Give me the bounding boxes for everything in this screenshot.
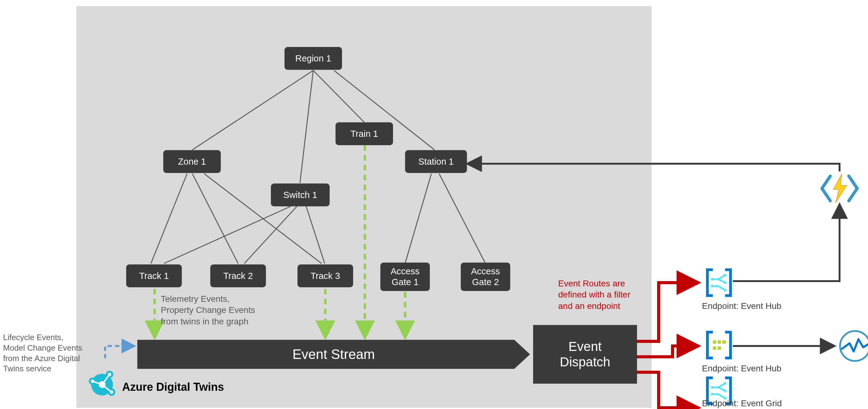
node-label: Track 3: [310, 271, 340, 281]
svg-point-35: [711, 285, 714, 287]
node-label: Track 2: [223, 271, 253, 281]
event-hub-icon-2: [702, 328, 736, 362]
svg-rect-40: [718, 340, 721, 344]
node-zone1: Zone 1: [163, 150, 221, 173]
svg-marker-28: [833, 174, 847, 203]
node-label: Track 1: [139, 271, 169, 281]
node-access-gate1: Access Gate 1: [380, 263, 430, 291]
svg-point-34: [711, 278, 714, 281]
node-label: Station 1: [418, 156, 454, 167]
svg-point-49: [711, 386, 714, 389]
svg-point-37: [723, 281, 726, 284]
event-dispatch-label: Event Dispatch: [560, 339, 610, 370]
telemetry-events-label: Telemetry Events, Property Change Events…: [161, 294, 291, 327]
svg-point-50: [711, 393, 714, 396]
event-stream-label: Event Stream: [292, 347, 375, 362]
endpoint-event-hub-2-label: Endpoint: Event Hub: [702, 364, 781, 373]
svg-point-36: [723, 274, 726, 276]
node-track1: Track 1: [126, 265, 182, 287]
azure-function-icon: [819, 171, 860, 205]
event-routes-label: Event Routes are defined with a filter a…: [558, 278, 663, 312]
node-track2: Track 2: [210, 265, 266, 287]
endpoint-event-hub-1-label: Endpoint: Event Hub: [702, 301, 781, 311]
node-train1: Train 1: [336, 122, 393, 145]
azure-digital-twins-title: Azure Digital Twins: [122, 381, 224, 394]
svg-rect-42: [713, 346, 716, 350]
node-label: Train 1: [350, 129, 378, 139]
svg-point-52: [723, 389, 726, 392]
svg-point-38: [723, 289, 726, 292]
svg-rect-43: [718, 346, 721, 350]
azure-digital-twins-icon: [85, 368, 119, 402]
node-region1: Region 1: [284, 47, 342, 70]
node-access-gate2: Access Gate 2: [461, 263, 510, 291]
node-label: Region 1: [295, 53, 331, 64]
svg-rect-41: [722, 340, 726, 344]
node-label: Zone 1: [178, 156, 206, 167]
event-hub-icon-1: [702, 266, 736, 300]
event-dispatch-box: Event Dispatch: [533, 325, 637, 384]
time-series-insights-icon: [838, 329, 868, 363]
node-label: Switch 1: [283, 190, 317, 201]
node-track3: Track 3: [298, 265, 353, 287]
node-station1: Station 1: [405, 150, 467, 173]
lifecycle-events-label: Lifecycle Events, Model Change Events fr…: [3, 332, 96, 374]
diagram-canvas: Region 1 Zone 1 Train 1 Station 1 Switch…: [0, 0, 868, 409]
node-label: Access Gate 2: [471, 266, 500, 287]
event-stream-bar: Event Stream: [137, 340, 530, 369]
node-switch1: Switch 1: [271, 183, 330, 206]
svg-point-51: [723, 382, 726, 385]
endpoint-event-grid-label-visible: Endpoint: Event Grid: [702, 399, 782, 408]
node-label: Access Gate 1: [391, 266, 419, 287]
svg-rect-39: [713, 340, 716, 344]
